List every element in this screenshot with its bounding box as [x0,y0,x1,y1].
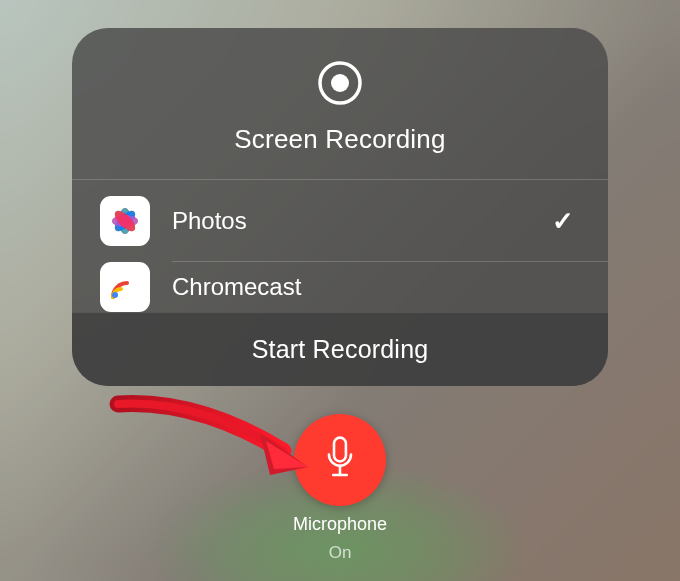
microphone-icon [323,435,357,485]
microphone-control: Microphone On [293,414,387,563]
chromecast-app-icon [100,262,150,312]
screen-recording-panel: Screen Recording Photos [72,28,608,386]
app-row-photos[interactable]: Photos ✓ [72,180,608,262]
start-recording-button[interactable]: Start Recording [72,312,608,386]
svg-point-11 [112,292,118,298]
microphone-label: Microphone [293,514,387,535]
svg-rect-12 [334,438,346,462]
destination-app-list: Photos ✓ Chromecast [72,179,608,312]
app-label: Chromecast [172,273,580,301]
microphone-state: On [329,543,352,563]
microphone-toggle-button[interactable] [294,414,386,506]
panel-header: Screen Recording [72,28,608,179]
panel-title: Screen Recording [234,124,445,155]
checkmark-icon: ✓ [552,206,580,237]
app-row-chromecast[interactable]: Chromecast [72,262,608,312]
record-icon [317,60,363,106]
photos-app-icon [100,196,150,246]
app-label: Photos [172,207,530,235]
start-recording-label: Start Recording [252,335,429,363]
svg-point-1 [331,74,349,92]
